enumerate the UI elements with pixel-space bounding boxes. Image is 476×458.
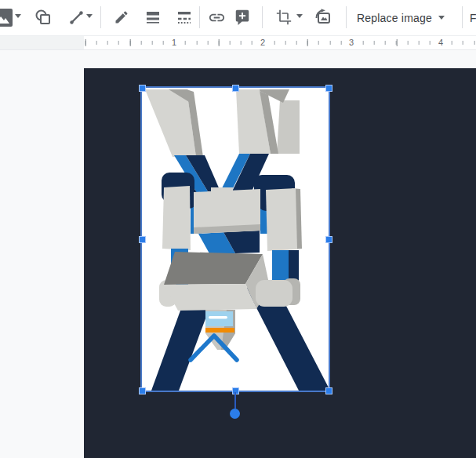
add-comment-button[interactable] [232, 7, 253, 27]
resize-handle-bottom-left[interactable] [139, 387, 146, 394]
image-button[interactable] [0, 7, 13, 27]
crop-button[interactable] [274, 7, 294, 27]
toolbar-divider [346, 6, 347, 28]
ruler-number: 2 [258, 36, 267, 49]
pencil-icon [114, 9, 129, 25]
ruler-number: 1 [169, 36, 179, 49]
insert-link-button[interactable] [206, 7, 227, 27]
image-dropdown-icon[interactable] [15, 14, 21, 18]
ruler-number: 3 [347, 36, 356, 49]
toolbar-divider [199, 6, 200, 28]
ruler-number: 4 [436, 36, 445, 49]
reset-image-button[interactable] [313, 7, 333, 27]
replace-image-label: Replace image [357, 12, 432, 24]
ruler-half-ticks [84, 39, 476, 46]
border-color-button[interactable] [111, 7, 132, 27]
toolbar-divider [462, 6, 463, 28]
toolbar-divider [262, 6, 263, 28]
crop-dropdown-icon[interactable] [296, 14, 303, 18]
shape-button[interactable] [33, 7, 53, 27]
resize-handle-bottom-right[interactable] [325, 387, 332, 394]
rotation-handle[interactable] [230, 409, 240, 419]
image-icon [0, 9, 13, 27]
resize-handle-top-right[interactable] [325, 85, 332, 92]
replace-image-button[interactable]: Replace image [357, 0, 445, 35]
toolbar: Replace image Fo [0, 0, 476, 36]
rotation-stem [234, 392, 236, 409]
horizontal-ruler: 1 2 3 4 [0, 36, 476, 50]
resize-handle-top-center[interactable] [232, 85, 239, 92]
crop-icon [276, 9, 292, 25]
format-options-button[interactable]: Fo [470, 0, 476, 35]
shape-icon [35, 9, 52, 26]
border-dash-button[interactable] [174, 7, 194, 27]
comment-plus-icon [234, 9, 251, 26]
line-dash-icon [176, 9, 192, 25]
format-options-label: Fo [470, 12, 476, 24]
ruler-left-block [0, 36, 84, 49]
line-button[interactable] [66, 7, 86, 27]
border-weight-button[interactable] [143, 7, 163, 27]
line-icon [68, 9, 85, 26]
line-weight-icon [145, 9, 161, 25]
resize-handle-top-left[interactable] [139, 85, 146, 92]
resize-handle-middle-left[interactable] [139, 236, 146, 243]
line-dropdown-icon[interactable] [86, 14, 93, 18]
replace-image-dropdown-icon [438, 16, 445, 20]
link-icon [208, 9, 226, 27]
selection-border[interactable] [140, 86, 330, 392]
toolbar-divider [100, 6, 101, 28]
reset-image-icon [314, 8, 332, 27]
slide-canvas[interactable] [84, 68, 476, 458]
resize-handle-middle-right[interactable] [325, 236, 332, 243]
